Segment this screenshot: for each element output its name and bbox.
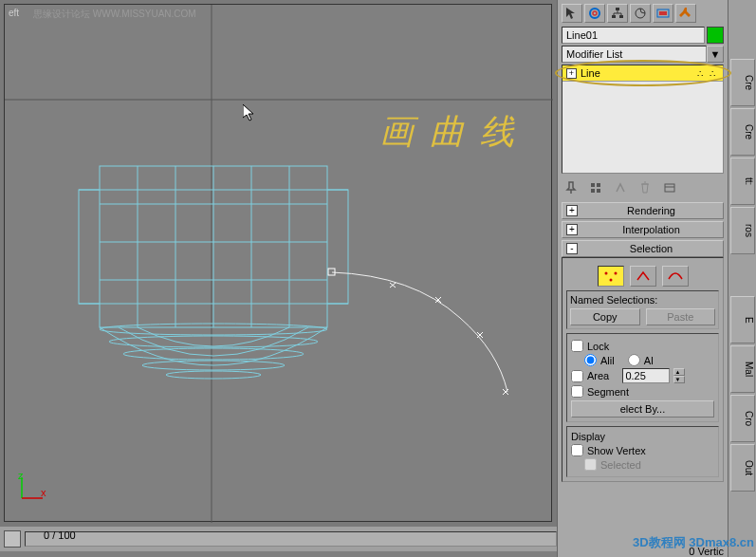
segment-label: Segment bbox=[587, 386, 629, 398]
viewport[interactable]: eft 思缘设计论坛 WWW.MISSYUAN.COM bbox=[4, 4, 552, 522]
side-tab[interactable]: Mal bbox=[730, 345, 755, 393]
show-end-result-icon[interactable] bbox=[586, 179, 605, 196]
svg-rect-46 bbox=[591, 183, 595, 187]
side-tab[interactable]: Out bbox=[730, 444, 755, 492]
svg-text:x: x bbox=[41, 487, 46, 498]
rollout-rendering[interactable]: + Rendering bbox=[562, 202, 724, 219]
svg-rect-50 bbox=[665, 184, 674, 192]
side-tab[interactable]: Cre bbox=[730, 59, 755, 106]
create-tab-icon[interactable] bbox=[584, 4, 605, 23]
utilities-tab-icon[interactable] bbox=[675, 4, 696, 23]
make-unique-icon[interactable] bbox=[611, 179, 630, 196]
annotation-text: 画 曲 线 bbox=[379, 109, 518, 156]
stack-item-label: Line bbox=[581, 67, 600, 79]
remove-modifier-icon[interactable] bbox=[636, 179, 655, 196]
side-tab[interactable]: Cro bbox=[730, 395, 755, 442]
select-tool-icon[interactable] bbox=[562, 4, 582, 23]
svg-point-52 bbox=[604, 272, 607, 275]
side-tabs: Cre Cre tt: ros E Mal Cro Out bbox=[728, 0, 756, 557]
show-vertex-label: Show Vertex bbox=[587, 445, 646, 456]
svg-rect-48 bbox=[591, 189, 595, 193]
svg-rect-21 bbox=[328, 269, 335, 275]
lock-checkbox[interactable] bbox=[571, 340, 583, 352]
svg-rect-36 bbox=[616, 8, 619, 10]
selected-checkbox bbox=[584, 458, 597, 471]
plus-icon: + bbox=[566, 205, 578, 216]
area-checkbox[interactable] bbox=[571, 370, 583, 382]
svg-rect-47 bbox=[597, 183, 600, 187]
svg-rect-45 bbox=[659, 11, 667, 15]
dropdown-arrow-icon[interactable]: ▼ bbox=[707, 46, 724, 63]
time-track[interactable] bbox=[25, 531, 557, 547]
command-panel: ▼ + Line ∴ ∴ + Rendering + bbox=[557, 0, 728, 557]
time-label: 0 / 100 bbox=[44, 529, 76, 541]
axis-gizmo: z x bbox=[18, 473, 46, 502]
svg-rect-37 bbox=[612, 15, 616, 18]
segment-checkbox[interactable] bbox=[571, 385, 583, 398]
side-tab[interactable]: Cre bbox=[730, 108, 755, 156]
modifier-list-dropdown[interactable] bbox=[562, 46, 707, 63]
vertex-subobj-icon[interactable] bbox=[598, 266, 624, 287]
rollout-title: Interpolation bbox=[583, 224, 719, 235]
object-name-input[interactable] bbox=[562, 27, 705, 44]
modifier-stack[interactable]: + Line ∴ ∴ bbox=[562, 65, 724, 174]
svg-point-53 bbox=[614, 272, 617, 275]
object-color-swatch[interactable] bbox=[707, 27, 724, 44]
show-vertex-checkbox[interactable] bbox=[571, 444, 583, 456]
named-selections-group: Named Selections: Copy Paste bbox=[566, 290, 719, 329]
al-radio[interactable] bbox=[628, 354, 640, 366]
alil-radio[interactable] bbox=[584, 354, 597, 366]
segment-subobj-icon[interactable] bbox=[630, 266, 656, 287]
al-label: Al bbox=[644, 355, 654, 366]
spinner-up-icon[interactable]: ▲ bbox=[673, 368, 685, 376]
configure-sets-icon[interactable] bbox=[660, 179, 679, 196]
pin-stack-icon[interactable] bbox=[562, 179, 581, 196]
svg-point-20 bbox=[166, 371, 261, 379]
named-selections-label: Named Selections: bbox=[570, 294, 715, 306]
paste-button[interactable]: Paste bbox=[646, 308, 716, 325]
svg-point-17 bbox=[109, 336, 318, 347]
selected-label: Selected bbox=[600, 459, 641, 471]
timeline[interactable]: 0 / 100 bbox=[0, 527, 557, 551]
svg-rect-38 bbox=[619, 15, 623, 18]
display-tab-icon[interactable] bbox=[653, 4, 673, 23]
spinner-down-icon[interactable]: ▼ bbox=[673, 376, 685, 383]
area-label: Area bbox=[587, 370, 609, 381]
rollout-title: Selection bbox=[583, 243, 719, 254]
svg-point-35 bbox=[593, 11, 597, 15]
select-by-button[interactable]: elect By... bbox=[571, 400, 714, 418]
side-tab[interactable]: tt: bbox=[730, 158, 755, 205]
command-panel-tabs bbox=[560, 2, 726, 25]
rollout-interpolation[interactable]: + Interpolation bbox=[562, 221, 724, 238]
watermark-bottom-right: 3D教程网 3Dmax8.cn bbox=[633, 534, 754, 551]
side-tab[interactable]: ros bbox=[730, 207, 755, 254]
hierarchy-tab-icon[interactable] bbox=[607, 4, 628, 23]
plus-icon: + bbox=[566, 224, 578, 235]
stack-item-line[interactable]: + Line ∴ ∴ bbox=[562, 65, 723, 82]
rollout-title: Rendering bbox=[583, 205, 719, 216]
minus-icon: - bbox=[566, 243, 578, 254]
side-tab[interactable]: E bbox=[730, 296, 755, 343]
svg-text:z: z bbox=[18, 473, 24, 481]
copy-button[interactable]: Copy bbox=[570, 308, 640, 325]
subobj-dots-icon: ∴ ∴ bbox=[697, 68, 717, 79]
rollout-selection[interactable]: - Selection bbox=[562, 240, 724, 257]
display-group-label: Display bbox=[571, 431, 714, 442]
spline-subobj-icon[interactable] bbox=[662, 266, 689, 287]
wireframe-model bbox=[5, 5, 553, 523]
svg-point-34 bbox=[590, 9, 599, 18]
svg-point-54 bbox=[609, 279, 612, 282]
motion-tab-icon[interactable] bbox=[630, 4, 651, 23]
lock-label: Lock bbox=[587, 341, 609, 352]
cursor-icon bbox=[243, 104, 258, 123]
time-slider-handle[interactable] bbox=[4, 530, 21, 548]
stack-toolbar bbox=[562, 177, 724, 198]
svg-rect-49 bbox=[597, 189, 600, 193]
expand-icon[interactable]: + bbox=[566, 68, 577, 79]
alil-label: Alil bbox=[600, 355, 615, 366]
area-spinner[interactable] bbox=[622, 368, 670, 383]
